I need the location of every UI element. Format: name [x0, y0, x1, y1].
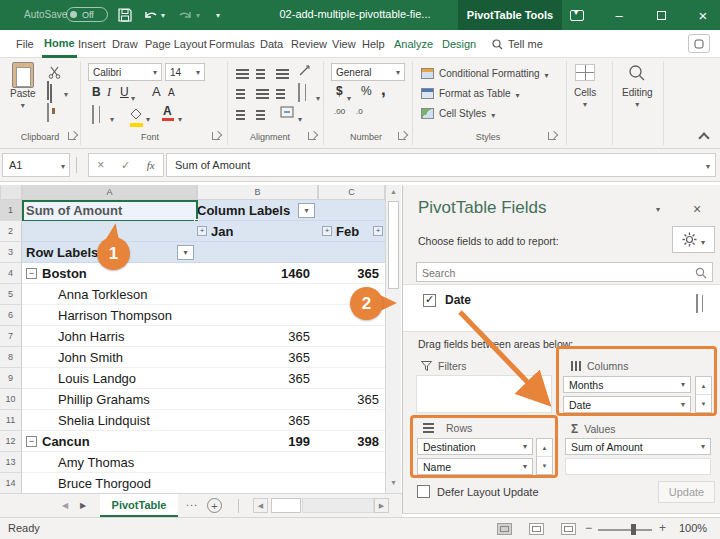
font-color-button[interactable]: A — [163, 104, 172, 118]
values-field-sum-of-amount[interactable]: Sum of Amount — [565, 438, 711, 455]
merge-center-dropdown-icon[interactable] — [298, 108, 302, 126]
percent-button[interactable]: % — [361, 84, 372, 98]
zoom-in-icon[interactable]: + — [659, 521, 666, 535]
redo-button[interactable] — [175, 5, 195, 25]
expand-formula-bar-icon[interactable] — [706, 159, 710, 171]
tab-analyze[interactable]: Analyze — [392, 30, 435, 58]
number-format-select[interactable]: General — [331, 63, 405, 81]
columns-spinner[interactable]: ▲▼ — [695, 376, 712, 413]
cell-styles-dropdown-icon[interactable] — [491, 104, 495, 122]
underline-dropdown-icon[interactable] — [131, 87, 135, 105]
column-header-b[interactable]: B — [197, 185, 318, 200]
cell-a10[interactable]: Phillip Grahams — [22, 389, 197, 410]
row-number[interactable]: 14 — [0, 473, 22, 493]
field-search-box[interactable] — [416, 262, 713, 282]
update-button[interactable]: Update — [658, 481, 715, 503]
paste-dropdown-icon[interactable] — [21, 99, 25, 110]
orientation-button[interactable] — [298, 63, 311, 81]
next-sheet-icon[interactable]: ▶ — [80, 501, 86, 510]
column-header-c[interactable]: C — [318, 185, 385, 200]
new-sheet-button[interactable]: + — [207, 498, 222, 513]
horizontal-scroll-track[interactable] — [302, 498, 374, 513]
row-number[interactable]: 12 — [0, 431, 22, 452]
number-dialog-launcher[interactable] — [398, 132, 406, 140]
rows-field-destination[interactable]: Destination — [417, 438, 533, 455]
columns-field-date[interactable]: Date — [563, 396, 691, 413]
vertical-scrollbar[interactable]: ▲ ▼ — [385, 185, 401, 493]
pane-close-icon[interactable]: × — [693, 201, 701, 217]
close-button[interactable]: × — [686, 0, 720, 30]
align-top-button[interactable] — [236, 65, 249, 83]
tab-data[interactable]: Data — [258, 30, 285, 58]
editing-button[interactable]: Editing — [622, 64, 653, 109]
scroll-down-icon[interactable]: ▼ — [390, 479, 397, 486]
prev-sheet-icon[interactable]: ◀ — [62, 501, 68, 510]
tab-formulas[interactable]: Formulas — [207, 30, 257, 58]
font-size-select[interactable]: 14 — [165, 63, 205, 81]
increase-decimal-button[interactable]: .00 — [334, 107, 345, 116]
format-as-table-dropdown-icon[interactable] — [516, 84, 520, 102]
cell-a5[interactable]: Anna Torkleson — [22, 284, 197, 305]
font-name-select[interactable]: Calibri — [88, 63, 162, 81]
defer-layout-checkbox[interactable] — [417, 485, 430, 498]
align-left-button[interactable] — [236, 85, 249, 103]
spin-up-icon[interactable]: ▲ — [696, 377, 711, 395]
borders-dropdown-icon[interactable] — [110, 108, 114, 126]
ribbon-display-options-button[interactable] — [560, 0, 594, 30]
cell-b10[interactable] — [197, 389, 318, 410]
cell-c7[interactable] — [318, 326, 385, 347]
vertical-scroll-thumb[interactable] — [388, 201, 399, 289]
cell-b11[interactable]: 365 — [197, 410, 318, 431]
cell-b13[interactable] — [197, 452, 318, 473]
merge-center-button[interactable] — [280, 104, 294, 122]
name-box-dropdown-icon[interactable] — [61, 159, 65, 171]
cell-a6[interactable]: Harrison Thompson — [22, 305, 197, 326]
grow-font-button[interactable]: A — [152, 84, 161, 99]
borders-button[interactable] — [92, 106, 94, 124]
rows-spinner[interactable]: ▲▼ — [536, 438, 553, 475]
cancel-entry-icon[interactable]: × — [97, 158, 104, 172]
editing-dropdown-icon[interactable] — [635, 98, 639, 109]
cells-button[interactable]: Cells — [574, 64, 596, 109]
redo-dropdown-icon[interactable] — [193, 5, 203, 25]
row-number[interactable]: 7 — [0, 326, 22, 347]
tab-help[interactable]: Help — [360, 30, 387, 58]
normal-view-button[interactable] — [497, 523, 512, 535]
row-number[interactable]: 8 — [0, 347, 22, 368]
alignment-dialog-launcher[interactable] — [308, 132, 316, 140]
cell-b3[interactable] — [197, 242, 318, 263]
underline-button[interactable]: U — [120, 85, 129, 99]
cell-c12[interactable]: 398 — [318, 431, 385, 452]
column-labels-filter-dropdown[interactable] — [298, 203, 315, 218]
align-center-button[interactable] — [256, 85, 269, 103]
wrap-text-button[interactable] — [298, 84, 300, 102]
cell-b5[interactable] — [197, 284, 318, 305]
cell-c8[interactable] — [318, 347, 385, 368]
font-dialog-launcher[interactable] — [212, 132, 220, 140]
align-middle-button[interactable] — [256, 65, 269, 83]
collapse-group-icon[interactable]: − — [26, 268, 37, 279]
cell-c4[interactable]: 365 — [318, 263, 385, 284]
paste-button[interactable]: Paste — [10, 62, 36, 110]
select-all-corner[interactable] — [0, 185, 22, 200]
cells-dropdown-icon[interactable] — [583, 98, 587, 109]
copy-dropdown-icon[interactable] — [64, 83, 68, 101]
collapse-group-icon[interactable]: − — [26, 436, 37, 447]
scroll-up-icon[interactable]: ▲ — [390, 188, 397, 195]
row-number[interactable]: 6 — [0, 305, 22, 326]
decrease-decimal-button[interactable]: .0 — [356, 107, 363, 116]
rows-field-name[interactable]: Name — [417, 458, 533, 475]
row-number[interactable]: 9 — [0, 368, 22, 389]
customize-qat-icon[interactable] — [212, 5, 224, 25]
hscroll-right-icon[interactable]: ▶ — [374, 498, 389, 513]
row-number[interactable]: 10 — [0, 389, 22, 410]
expand-group-icon[interactable]: + — [197, 226, 207, 236]
cell-c9[interactable] — [318, 368, 385, 389]
collapse-ribbon-icon[interactable] — [698, 132, 709, 143]
copy-button[interactable] — [47, 82, 49, 100]
search-input[interactable] — [422, 265, 692, 280]
tell-me-box[interactable]: Tell me — [492, 30, 543, 58]
tab-view[interactable]: View — [330, 30, 358, 58]
conditional-formatting-dropdown-icon[interactable] — [545, 64, 549, 82]
row-number[interactable]: 2 — [0, 221, 22, 242]
